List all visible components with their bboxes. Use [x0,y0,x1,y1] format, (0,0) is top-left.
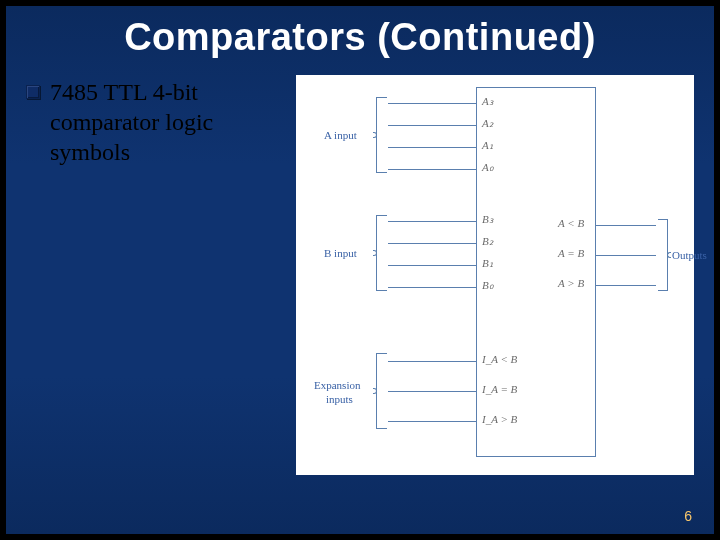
pin-out-gt: A > B [558,277,584,289]
pin-exp-lt: I_A < B [482,353,517,365]
pin-a2: A₂ [482,117,493,130]
wire [388,147,476,148]
wire [388,287,476,288]
square-bullet-icon [26,85,40,99]
wire [596,255,656,256]
a-input-label: A input [324,129,357,141]
page-number: 6 [684,508,692,524]
outputs-label: Outputs [672,249,707,261]
expansion-label-2: inputs [326,393,353,405]
brace-a-input [376,97,386,173]
slide-title: Comparators (Continued) [26,16,694,59]
pin-a3: A₃ [482,95,493,108]
pin-a0: A₀ [482,161,493,174]
chip-body [476,87,596,457]
pin-a1: A₁ [482,139,493,152]
wire [388,391,476,392]
wire [388,103,476,104]
brace-outputs [658,219,668,291]
pin-exp-gt: I_A > B [482,413,517,425]
pin-exp-eq: I_A = B [482,383,517,395]
brace-expansion [376,353,386,429]
pin-b3: B₃ [482,213,493,226]
wire [388,221,476,222]
pin-out-lt: A < B [558,217,584,229]
wire [596,285,656,286]
pin-b1: B₁ [482,257,493,270]
wire [388,421,476,422]
pin-b2: B₂ [482,235,493,248]
brace-b-input [376,215,386,291]
expansion-label-1: Expansion [314,379,360,391]
pin-b0: B₀ [482,279,493,292]
b-input-label: B input [324,247,357,259]
wire [388,265,476,266]
bullet-text: 7485 TTL 4-bit comparator logic symbols [50,77,286,167]
wire [388,243,476,244]
wire [388,125,476,126]
wire [388,361,476,362]
wire [388,169,476,170]
wire [596,225,656,226]
pin-out-eq: A = B [558,247,584,259]
comparator-figure: A input A₃ A₂ A₁ A₀ B input B₃ B₂ B₁ B₀ [296,75,694,475]
content-row: 7485 TTL 4-bit comparator logic symbols … [26,75,694,475]
slide: Comparators (Continued) 7485 TTL 4-bit c… [6,6,714,534]
bullet-item: 7485 TTL 4-bit comparator logic symbols [26,75,286,475]
